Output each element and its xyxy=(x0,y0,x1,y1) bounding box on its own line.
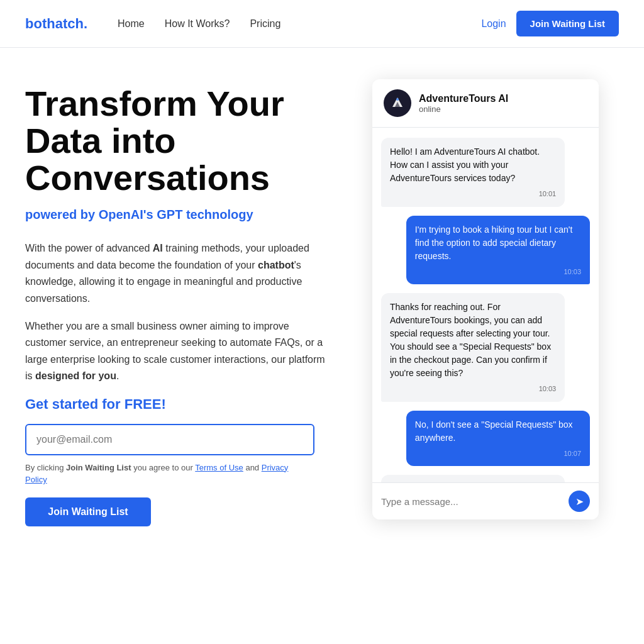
message-4: No, I don't see a "Special Requests" box… xyxy=(381,411,590,467)
message-3: Thanks for reaching out. For AdventureTo… xyxy=(381,293,590,402)
chat-header: AdventureTours AI online xyxy=(372,79,599,128)
message-2-bubble: I'm trying to book a hiking tour but I c… xyxy=(406,216,590,285)
navbar: bothatch. Home How It Works? Pricing Log… xyxy=(0,0,644,48)
bot-avatar-icon xyxy=(389,94,406,112)
hero-title: Transform Your Data into Conversations xyxy=(25,86,327,196)
terms-text: By clicking Join Waiting List you agree … xyxy=(25,462,302,486)
nav-home[interactable]: Home xyxy=(118,18,145,30)
terms-link[interactable]: Terms of Use xyxy=(195,463,243,472)
message-5-bubble: My apologies for the confusion. It appea… xyxy=(381,475,565,482)
bot-name: AdventureTours AI xyxy=(419,93,508,104)
chat-widget-container: AdventureTours AI online Hello! I am Adv… xyxy=(352,79,619,526)
bot-status: online xyxy=(419,104,508,114)
description-2: Whether you are a small business owner a… xyxy=(25,318,327,385)
powered-by: powered by OpenAI's GPT technology xyxy=(25,206,327,223)
message-1-bubble: Hello! I am AdventureTours AI chatbot. H… xyxy=(381,138,565,207)
nav-how-it-works[interactable]: How It Works? xyxy=(165,18,230,30)
chat-message-input[interactable] xyxy=(381,496,562,507)
message-4-bubble: No, I don't see a "Special Requests" box… xyxy=(406,411,590,467)
svg-point-3 xyxy=(396,98,399,101)
chat-header-info: AdventureTours AI online xyxy=(419,93,508,114)
get-started-label: Get started for FREE! xyxy=(25,396,327,413)
nav-links: Home How It Works? Pricing xyxy=(118,18,280,30)
email-input[interactable] xyxy=(25,424,314,455)
message-1: Hello! I am AdventureTours AI chatbot. H… xyxy=(381,138,590,207)
chat-messages: Hello! I am AdventureTours AI chatbot. H… xyxy=(372,128,599,482)
message-2: I'm trying to book a hiking tour but I c… xyxy=(381,216,590,285)
nav-pricing[interactable]: Pricing xyxy=(250,18,280,30)
navbar-right: Login Join Waiting List xyxy=(481,11,619,36)
send-button[interactable]: ➤ xyxy=(569,491,590,512)
chat-widget: AdventureTours AI online Hello! I am Adv… xyxy=(372,79,599,519)
hero-left: Transform Your Data into Conversations p… xyxy=(25,86,327,526)
chat-avatar xyxy=(384,89,411,117)
privacy-link[interactable]: Privacy Policy xyxy=(25,463,288,485)
join-waiting-list-nav-button[interactable]: Join Waiting List xyxy=(516,11,619,36)
message-3-bubble: Thanks for reaching out. For AdventureTo… xyxy=(381,293,565,402)
chat-input-area: ➤ xyxy=(372,482,599,519)
logo: bothatch. xyxy=(25,16,87,32)
send-icon: ➤ xyxy=(575,496,584,508)
join-waiting-list-button[interactable]: Join Waiting List xyxy=(25,497,151,526)
message-5: My apologies for the confusion. It appea… xyxy=(381,475,590,482)
main-content: Transform Your Data into Conversations p… xyxy=(0,48,644,552)
description-1: With the power of advanced AI training m… xyxy=(25,240,327,307)
login-button[interactable]: Login xyxy=(481,18,506,30)
